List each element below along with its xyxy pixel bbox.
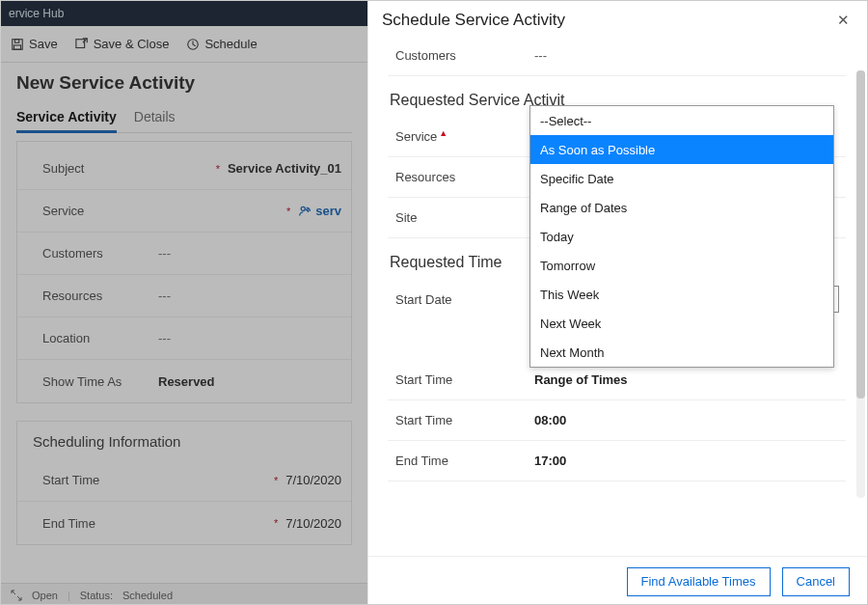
save-icon	[11, 38, 24, 51]
cancel-button[interactable]: Cancel	[782, 567, 850, 596]
app-titlebar: ervice Hub	[1, 1, 367, 26]
save-close-icon	[75, 38, 89, 51]
flyout-customers[interactable]: Customers ---	[388, 36, 846, 76]
option-select[interactable]: --Select--	[530, 106, 833, 135]
option-today[interactable]: Today	[530, 222, 833, 251]
required-indicator: ▲	[439, 128, 448, 138]
background-app: ervice Hub Save Save & Close Schedule Ne…	[1, 1, 367, 605]
tab-details[interactable]: Details	[134, 103, 176, 132]
field-start-time[interactable]: Start Time* 7/10/2020	[17, 459, 351, 502]
option-next-month[interactable]: Next Month	[530, 338, 833, 367]
form-card: Subject* Service Activity_01 Service* se…	[16, 141, 352, 403]
close-icon[interactable]: ✕	[837, 12, 850, 29]
scheduling-card: Scheduling Information Start Time* 7/10/…	[16, 421, 352, 545]
schedule-icon	[186, 38, 200, 51]
flyout-start-time[interactable]: Start Time 08:00	[388, 400, 846, 441]
command-bar: Save Save & Close Schedule	[1, 26, 367, 63]
tabstrip: Service Activity Details	[16, 103, 352, 133]
flyout-footer: Find Available Times Cancel	[368, 556, 867, 605]
flyout-end-time[interactable]: End Time 17:00	[388, 441, 846, 481]
svg-rect-1	[14, 39, 18, 42]
scrollbar-thumb[interactable]	[856, 70, 865, 399]
field-show-time-as[interactable]: Show Time As Reserved	[17, 360, 351, 402]
svg-point-5	[301, 206, 305, 210]
status-bar: Open | Status: Scheduled	[1, 583, 367, 605]
save-close-button[interactable]: Save & Close	[75, 37, 170, 51]
status-open: Open	[32, 590, 58, 601]
field-location[interactable]: Location ---	[17, 317, 351, 360]
app-title: ervice Hub	[9, 7, 64, 20]
field-subject[interactable]: Subject* Service Activity_01	[17, 148, 351, 190]
find-available-times-button[interactable]: Find Available Times	[627, 567, 771, 596]
option-next-week[interactable]: Next Week	[530, 309, 833, 338]
expand-icon[interactable]	[11, 590, 22, 601]
option-this-week[interactable]: This Week	[530, 280, 833, 309]
flyout-title: Schedule Service Activity	[382, 11, 565, 30]
save-button[interactable]: Save	[11, 37, 58, 51]
field-end-time[interactable]: End Time* 7/10/2020	[17, 502, 351, 544]
start-date-dropdown[interactable]: --Select-- As Soon as Possible Specific …	[529, 105, 834, 368]
option-specific-date[interactable]: Specific Date	[530, 164, 833, 193]
schedule-button[interactable]: Schedule	[186, 37, 257, 51]
service-icon	[298, 205, 312, 218]
status-value: Scheduled	[122, 590, 173, 601]
svg-rect-3	[76, 39, 85, 47]
option-range-of-dates[interactable]: Range of Dates	[530, 193, 833, 222]
page-title: New Service Activity	[16, 72, 352, 94]
option-asap[interactable]: As Soon as Possible	[530, 135, 833, 164]
field-service[interactable]: Service* serv	[17, 190, 351, 233]
option-tomorrow[interactable]: Tomorrow	[530, 251, 833, 280]
svg-rect-2	[14, 44, 21, 48]
tab-service-activity[interactable]: Service Activity	[16, 103, 117, 132]
field-customers[interactable]: Customers ---	[17, 233, 351, 275]
status-label: Status:	[80, 590, 113, 601]
field-resources[interactable]: Resources ---	[17, 275, 351, 317]
scheduling-title: Scheduling Information	[17, 431, 351, 459]
